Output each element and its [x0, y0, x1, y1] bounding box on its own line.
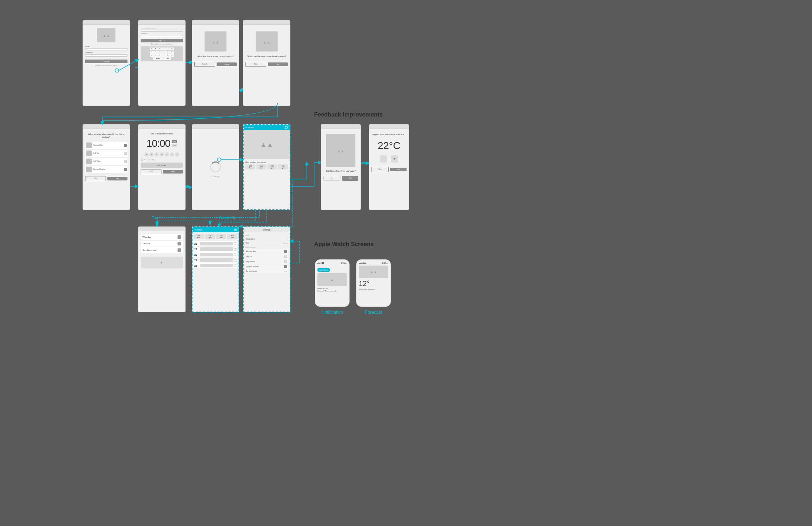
day-s1[interactable]: S	[144, 152, 149, 157]
alert-check-3[interactable]	[124, 160, 127, 163]
day-f[interactable]: F	[170, 152, 174, 157]
notif-item-3[interactable]: High Pollen	[245, 259, 288, 264]
weather-expand-icon[interactable]	[234, 229, 237, 231]
key-s[interactable]: s	[154, 51, 158, 54]
key-e[interactable]: e	[158, 47, 162, 50]
settings-nav: ‹ Settings ›	[244, 227, 290, 232]
username-input[interactable]	[141, 30, 183, 32]
outfit-yes-btn[interactable]: Yes	[342, 176, 358, 181]
key-delete[interactable]: ⌫	[164, 57, 171, 60]
location-item-2[interactable]: Toronto	[141, 241, 183, 247]
signin-link-2[interactable]: Already have an account? Sign in	[141, 43, 183, 45]
key-x[interactable]: x	[154, 54, 158, 57]
date-row-25[interactable]: 25 10CLoC	[194, 263, 237, 268]
day-t2[interactable]: T	[165, 152, 169, 157]
notif-item-5[interactable]: Forecast alerts Edit	[245, 270, 288, 273]
key-a[interactable]: a	[150, 51, 154, 54]
alert-icon-1	[86, 142, 92, 148]
date-row-23[interactable]: 23 10CLoC	[194, 252, 237, 257]
location-cancel-btn[interactable]: Switch	[194, 62, 215, 67]
password-input-2[interactable]	[141, 35, 183, 37]
ask-photos-btn[interactable]: Ask photos	[141, 163, 183, 168]
screen-signup-2: username@domain.com Password Sign Up Alr…	[138, 20, 186, 106]
signup-button-2[interactable]: Sign Up	[141, 39, 183, 42]
push-yes-btn[interactable]: Yes	[268, 62, 288, 66]
password-input[interactable]	[85, 54, 127, 57]
notif-check-1[interactable]	[284, 250, 287, 253]
am-btn[interactable]: am	[172, 140, 177, 143]
temperature-setting[interactable]: Temperature F °	[245, 237, 288, 241]
pm-btn[interactable]: pm	[172, 144, 177, 147]
alert-item-4[interactable]: Extreme Weather	[85, 166, 127, 173]
key-q[interactable]: q	[150, 47, 154, 50]
key-b[interactable]: b	[166, 54, 170, 57]
key-w[interactable]: w	[154, 47, 158, 50]
key-v[interactable]: v	[162, 54, 166, 57]
suggest-text: Suggest short sleeve tops when it is ...	[371, 133, 407, 136]
add-location-btn[interactable]: +	[141, 257, 183, 268]
key-y[interactable]: y	[170, 47, 174, 50]
day-m[interactable]: M	[149, 152, 154, 157]
location-item-3[interactable]: San Francisco	[141, 247, 183, 253]
key-z[interactable]: z	[150, 54, 154, 57]
screen-header	[83, 20, 130, 25]
alert-check-4[interactable]	[124, 168, 127, 171]
email-input[interactable]	[85, 48, 127, 50]
key-d[interactable]: d	[158, 51, 162, 54]
push-skip-btn[interactable]: Skip	[245, 62, 266, 67]
notif-check-3[interactable]	[284, 260, 287, 263]
notifications-section-label: Notifications	[245, 246, 288, 248]
date-icon-21	[200, 242, 233, 245]
day-s2[interactable]: S	[175, 152, 179, 157]
loading-text: Loading	[211, 175, 219, 178]
forecast-skip-btn[interactable]: Skip	[141, 169, 161, 174]
temp-minus-btn[interactable]: −	[380, 155, 387, 163]
key-g[interactable]: g	[166, 51, 170, 54]
alert-check-2[interactable]	[124, 152, 127, 155]
alert-item-2[interactable]: High UV	[85, 150, 127, 157]
key-r[interactable]: r	[162, 47, 166, 50]
swipe-up-label: Swipe Up	[219, 216, 236, 220]
day-w[interactable]: W	[160, 152, 164, 157]
date-row-21[interactable]: 21 10CLoC	[194, 241, 237, 246]
outfit-no-btn[interactable]: No	[323, 176, 340, 181]
temp-plus-btn[interactable]: +	[391, 155, 398, 163]
weather-menu-icon[interactable]	[285, 126, 288, 129]
key-space[interactable]: space	[153, 57, 164, 60]
email-label: Email	[85, 45, 127, 47]
day-t1[interactable]: T	[155, 152, 159, 157]
suggest-save-btn[interactable]: Save	[390, 168, 407, 171]
date-row-24[interactable]: 24 10CLoC	[194, 258, 237, 263]
suggest-skip-btn[interactable]: Skip	[371, 167, 389, 172]
watch-notif-image: ▲	[317, 273, 347, 286]
repeat-checkbox[interactable]	[141, 159, 143, 161]
location-allow-btn[interactable]: Allow	[217, 62, 237, 66]
key-t[interactable]: t	[166, 47, 170, 50]
key-f[interactable]: f	[162, 51, 166, 54]
notif-item-1[interactable]: Flashing Rain	[245, 249, 288, 254]
notif-item-2[interactable]: High UV	[245, 254, 288, 259]
mountain-icon-3	[263, 38, 270, 45]
alert-item-1[interactable]: Flashing Rain	[85, 142, 127, 149]
date-row-22[interactable]: 22 10CLoC	[194, 247, 237, 252]
key-h[interactable]: h	[170, 51, 174, 54]
notif-check-2[interactable]	[284, 255, 287, 258]
mountain-icon-2	[212, 38, 219, 45]
alert-item-3[interactable]: High Pollen	[85, 158, 127, 165]
signin-link-1[interactable]: Already have an account? Sign in	[85, 65, 127, 66]
location-name-1: Waterloo	[142, 236, 151, 238]
alerts-skip-btn[interactable]: Skip	[85, 176, 106, 181]
key-c[interactable]: c	[158, 54, 162, 57]
key-n[interactable]: n	[170, 54, 174, 57]
location-item-1[interactable]: Waterloo	[141, 234, 183, 240]
forecast-next-btn[interactable]: Next	[163, 170, 183, 174]
notif-check-4[interactable]	[284, 265, 287, 268]
alert-check-1[interactable]	[124, 144, 127, 147]
date-icon-23	[200, 253, 233, 256]
notif-item-4[interactable]: Extreme Weather	[245, 264, 288, 269]
settings-done-btn[interactable]: ›	[287, 229, 288, 231]
signup-button-1[interactable]: Sign Up	[85, 60, 127, 63]
time-setting[interactable]: Time 24h am	[245, 241, 288, 245]
alerts-yes-btn[interactable]: Yes	[107, 177, 127, 180]
settings-back-btn[interactable]: ‹	[245, 229, 246, 231]
